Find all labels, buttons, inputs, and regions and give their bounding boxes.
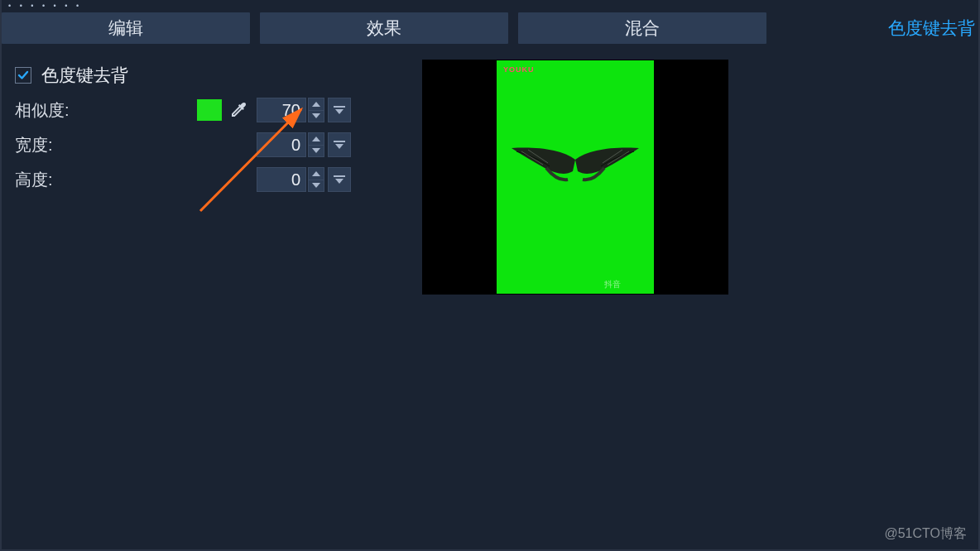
similarity-spinner[interactable] [308,98,324,122]
preview-watermark-bottom: 抖音 [604,279,621,290]
tab-edit[interactable]: 编辑 [2,12,250,44]
tab-bar: 编辑 效果 混合 色度键去背 [2,12,978,44]
settings-panel: 色度键去背 相似度: 宽度: [15,60,404,199]
svg-rect-1 [334,141,345,142]
page-watermark: @51CTO博客 [884,525,967,543]
preview-content-wings [505,143,646,189]
spinner-down-icon[interactable] [309,146,324,157]
eyedropper-icon [228,100,248,120]
preview-canvas: YOUKU 抖音 [497,60,654,294]
height-reset-button[interactable] [328,167,351,192]
section-title: 色度键去背 [41,64,128,87]
width-spinner[interactable] [308,132,324,157]
enable-chromakey-checkbox[interactable] [15,67,31,84]
dropdown-reset-icon [334,141,345,149]
spinner-up-icon[interactable] [309,168,324,180]
dropdown-reset-icon [334,175,345,184]
width-input[interactable] [257,132,306,157]
height-input[interactable] [257,167,306,192]
label-height: 高度: [15,169,197,191]
svg-rect-0 [334,106,345,108]
label-similarity: 相似度: [15,99,197,122]
checkmark-icon [17,69,29,81]
key-color-swatch[interactable] [197,99,222,121]
similarity-reset-button[interactable] [328,98,351,122]
label-width: 宽度: [15,134,197,156]
spinner-down-icon[interactable] [309,180,324,192]
tab-blend[interactable]: 混合 [518,12,766,44]
dropdown-reset-icon [334,106,345,114]
tab-effect[interactable]: 效果 [260,12,508,44]
height-spinner[interactable] [308,167,324,192]
eyedropper-button[interactable] [228,100,248,120]
svg-rect-2 [334,175,345,177]
preview-watermark-top: YOUKU [503,65,535,74]
spinner-down-icon[interactable] [309,111,324,122]
similarity-input[interactable] [257,98,306,122]
spinner-up-icon[interactable] [309,98,324,111]
tab-chromakey[interactable]: 色度键去背 [776,12,978,44]
window-drag-dots: • • • • • • • [8,2,82,10]
preview-area: YOUKU 抖音 [422,60,728,295]
width-reset-button[interactable] [328,132,351,157]
spinner-up-icon[interactable] [309,133,324,146]
